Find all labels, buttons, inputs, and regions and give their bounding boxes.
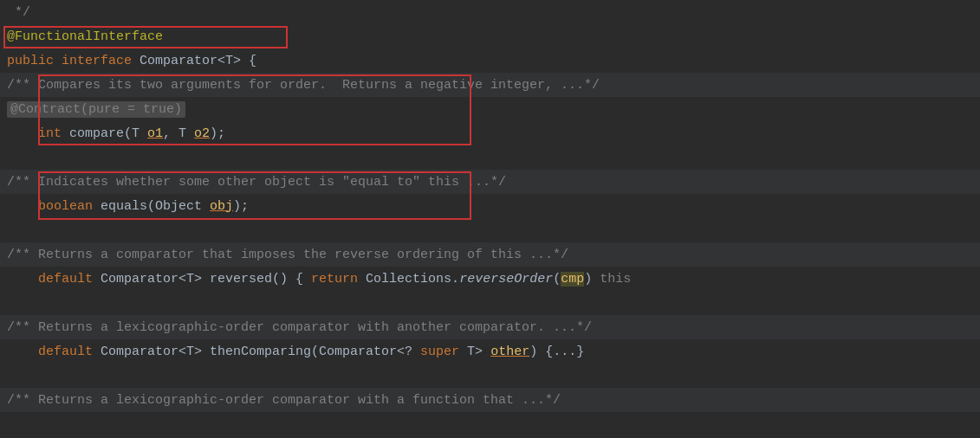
line-compare-method: int compare(T o1 , T o2 );: [0, 121, 980, 145]
param-o1: o1: [147, 126, 163, 141]
spaces: [7, 126, 38, 141]
spaces2: [7, 199, 38, 214]
space1: [54, 54, 62, 68]
param-cmp-highlight: cmp: [561, 272, 584, 287]
line-contract: @Contract(pure = true): [0, 97, 980, 121]
line-equals-comment: /** Indicates whether some other object …: [0, 170, 980, 194]
semicolon2: );: [233, 199, 249, 214]
line-empty4: [0, 364, 980, 388]
paren-close: ): [584, 272, 592, 287]
line-compare-comment: /** Compares its two arguments for order…: [0, 73, 980, 97]
keyword-boolean: boolean: [38, 199, 93, 214]
equals-comment: /** Indicates whether some other object …: [7, 175, 506, 190]
line-empty1: [0, 145, 980, 170]
method-body: ) {...}: [529, 345, 584, 359]
space6: Collections.: [358, 272, 459, 287]
keyword-default2: default: [38, 345, 93, 359]
code-text: */: [7, 5, 30, 20]
keyword-int: int: [38, 126, 62, 141]
keyword-public: public: [7, 54, 54, 68]
keyword-super: super: [420, 345, 459, 359]
brace-open: {: [241, 54, 256, 68]
generic-t: <T>: [217, 54, 241, 68]
line-comment-star: */: [0, 0, 980, 24]
line-interface-decl: public interface Comparator <T> {: [0, 48, 980, 73]
line-reversed-comment: /** Returns a comparator that imposes th…: [0, 242, 980, 267]
paren-open: (: [553, 272, 561, 287]
last-comment: /** Returns a lexicographic-order compar…: [7, 393, 561, 408]
line-empty2: [0, 218, 980, 242]
method-reverse-order: reverseOrder: [459, 272, 553, 287]
reversed-comment: /** Returns a comparator that imposes th…: [7, 248, 568, 262]
space7: Comparator<T> thenComparing(Comparator<?: [93, 345, 420, 359]
line-thencomparing-comment: /** Returns a lexicographic-order compar…: [0, 315, 980, 339]
line-annotation: @FunctionalInterface: [0, 24, 980, 48]
param-o2: o2: [194, 126, 210, 141]
space4: [202, 199, 210, 214]
keyword-return: return: [311, 272, 358, 287]
type-object: Object: [155, 199, 202, 214]
space8: T>: [459, 345, 490, 359]
functional-interface-annotation: @FunctionalInterface: [7, 29, 163, 44]
line-last-comment: /** Returns a lexicographic-order compar…: [0, 388, 980, 412]
compare-comment: /** Compares its two arguments for order…: [7, 78, 600, 93]
spaces4: [7, 345, 38, 359]
this-text: this: [592, 272, 631, 287]
param-obj: obj: [210, 199, 233, 214]
line-reversed-method: default Comparator<T> reversed() { retur…: [0, 267, 980, 291]
comma: , T: [163, 126, 194, 141]
semicolon: );: [210, 126, 225, 141]
space: compare(T: [62, 126, 147, 141]
line-equals-method: boolean equals( Object obj );: [0, 194, 980, 218]
interface-name: Comparator: [140, 54, 217, 68]
code-editor: */ @FunctionalInterface public interface…: [0, 0, 980, 438]
line-thencomparing-method: default Comparator<T> thenComparing(Comp…: [0, 339, 980, 364]
line-empty3: [0, 291, 980, 315]
contract-annotation: @Contract(pure = true): [7, 101, 185, 118]
space2: [132, 54, 140, 68]
keyword-default: default: [38, 272, 93, 287]
thencomparing-comment: /** Returns a lexicographic-order compar…: [7, 320, 592, 335]
space5: Comparator<T> reversed() {: [93, 272, 311, 287]
spaces3: [7, 272, 38, 287]
keyword-interface: interface: [62, 54, 132, 68]
param-other: other: [490, 345, 529, 359]
space3: equals(: [93, 199, 155, 214]
